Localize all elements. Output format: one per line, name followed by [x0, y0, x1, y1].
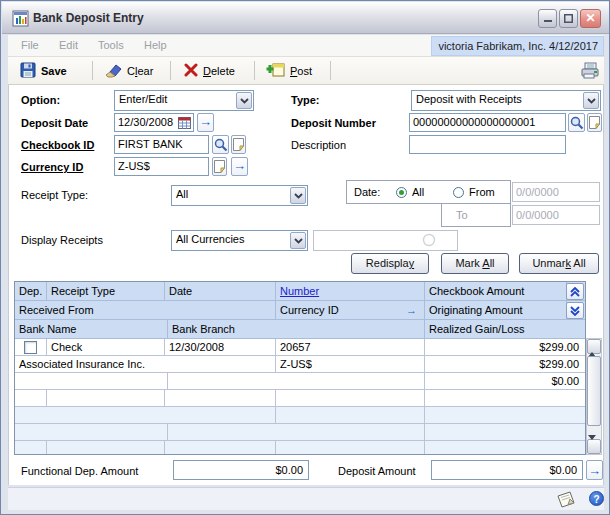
save-button[interactable]: Save [16, 60, 71, 82]
scroll-thumb[interactable] [587, 356, 601, 426]
display-receipts-value: All Currencies [176, 233, 244, 245]
disabled-lookup-icon [422, 233, 437, 251]
record-row-detail-2[interactable]: $0.00 [15, 373, 585, 390]
cell-currency-id[interactable]: Z-US$ [276, 356, 425, 373]
checkbook-note-button[interactable] [231, 135, 246, 154]
date-from-radio[interactable] [453, 187, 464, 198]
functional-dep-amount-field: $0.00 [173, 460, 309, 480]
deposit-number-lookup-button[interactable] [568, 113, 585, 132]
deposit-date-label: Deposit Date [21, 117, 88, 129]
mark-all-button[interactable]: Mark All [441, 253, 509, 274]
record-row-main[interactable]: Check 12/30/2008 20657 $299.00 [15, 339, 585, 356]
empty-cell [276, 407, 425, 424]
cell-date[interactable]: 12/30/2008 [165, 339, 276, 356]
header-realized-gain-loss: Realized Gain/Loss [425, 320, 585, 339]
receipt-type-combo[interactable]: All [171, 185, 308, 206]
deposit-amount-field: $0.00 [431, 460, 583, 480]
empty-cell [276, 390, 425, 407]
cell-bank-branch[interactable] [168, 373, 425, 390]
empty-cell [15, 441, 47, 454]
toolbar: Save Clear Delete Post [8, 57, 604, 85]
grid-scrollbar[interactable] [586, 338, 602, 455]
cell-received-from[interactable]: Associated Insurance Inc. [15, 356, 276, 373]
chevron-down-icon[interactable] [236, 92, 252, 109]
user-context-bar[interactable]: victoria Fabrikam, Inc. 4/12/2017 [431, 36, 604, 56]
note-icon [588, 116, 601, 129]
empty-cell [47, 441, 165, 454]
arrow-right-icon: → [198, 114, 213, 130]
cell-number[interactable]: 20657 [276, 339, 425, 356]
maximize-button[interactable] [559, 9, 578, 28]
option-value: Enter/Edit [119, 93, 167, 105]
empty-cell [15, 390, 47, 407]
chevron-double-up-icon [567, 287, 583, 297]
checkbook-id-label[interactable]: Checkbook ID [21, 139, 94, 151]
cell-checkbook-amount[interactable]: $299.00 [425, 339, 585, 356]
chevron-down-icon[interactable] [583, 92, 599, 109]
deposit-amount-expand-button[interactable]: → [586, 460, 603, 480]
deposit-number-field[interactable]: 00000000000000000001 [409, 113, 566, 132]
checkbook-lookup-button[interactable] [212, 135, 229, 154]
print-button[interactable] [576, 60, 604, 82]
close-button[interactable]: ✕ [580, 9, 601, 28]
dep-checkbox-cell [15, 339, 47, 356]
post-button[interactable]: Post [262, 60, 316, 82]
magnifier-icon [213, 138, 228, 152]
calendar-icon[interactable] [178, 116, 191, 132]
grid-body: Dep. Receipt Type Date Number Checkbook … [14, 281, 586, 455]
deposit-number-note-button[interactable] [587, 113, 602, 132]
cell-originating-amount[interactable]: $299.00 [425, 356, 585, 373]
arrow-right-icon[interactable]: → [406, 301, 417, 319]
date-from-label[interactable]: From [469, 186, 495, 198]
display-receipts-combo[interactable]: All Currencies [171, 230, 308, 251]
eraser-icon [104, 63, 122, 80]
type-combo[interactable]: Deposit with Receipts [411, 90, 601, 111]
title-bar: Bank Deposit Entry ✕ [2, 2, 610, 34]
date-all-radio[interactable] [396, 187, 407, 198]
menu-help[interactable]: Help [144, 39, 167, 51]
delete-button[interactable]: Delete [180, 60, 239, 82]
delete-label: Delete [203, 65, 235, 77]
redisplay-button[interactable]: Redisplay [351, 253, 429, 274]
cell-realized-gain-loss[interactable]: $0.00 [425, 373, 585, 390]
note-icon[interactable] [554, 490, 576, 511]
expand-rows-button[interactable] [566, 302, 584, 319]
currency-note-button[interactable] [212, 157, 227, 176]
empty-cell [168, 424, 425, 441]
currency-expand-button[interactable]: → [231, 157, 248, 176]
option-combo[interactable]: Enter/Edit [114, 90, 254, 111]
date-all-label[interactable]: All [412, 186, 424, 198]
currency-id-label[interactable]: Currency ID [21, 161, 83, 173]
collapse-rows-button[interactable] [566, 283, 584, 300]
dep-checkbox[interactable] [24, 341, 37, 354]
menu-edit[interactable]: Edit [59, 39, 78, 51]
scroll-up-button[interactable] [587, 339, 601, 354]
cell-bank-name[interactable] [15, 373, 168, 390]
scroll-down-button[interactable] [587, 439, 601, 454]
empty-row[interactable] [15, 390, 585, 407]
arrow-right-icon: → [232, 158, 247, 174]
empty-row[interactable] [15, 424, 585, 441]
checkbook-id-field[interactable]: FIRST BANK [114, 135, 209, 154]
description-field[interactable] [409, 135, 566, 154]
minimize-button[interactable] [538, 9, 557, 28]
currency-id-field[interactable]: Z-US$ [114, 157, 209, 176]
empty-row[interactable] [15, 441, 585, 454]
record-row-detail-1[interactable]: Associated Insurance Inc. Z-US$ $299.00 [15, 356, 585, 373]
unmark-all-button[interactable]: Unmark All [519, 253, 599, 274]
empty-row[interactable] [15, 407, 585, 424]
header-number-link[interactable]: Number [280, 285, 319, 297]
status-bar: ? [8, 487, 604, 510]
menu-file[interactable]: File [21, 39, 39, 51]
menu-tools[interactable]: Tools [98, 39, 124, 51]
help-icon[interactable]: ? [589, 491, 604, 506]
clear-button[interactable]: Clear [100, 60, 157, 82]
chevron-down-icon[interactable] [290, 232, 306, 249]
chevron-down-icon[interactable] [290, 187, 306, 204]
empty-cell [47, 390, 165, 407]
deposit-date-field[interactable]: 12/30/2008 [114, 113, 194, 132]
cell-receipt-type[interactable]: Check [47, 339, 165, 356]
grid-header-row-3: Bank Name Bank Branch Realized Gain/Loss [15, 320, 585, 339]
header-bank-name: Bank Name [15, 320, 168, 339]
deposit-date-expand-button[interactable]: → [197, 113, 214, 132]
